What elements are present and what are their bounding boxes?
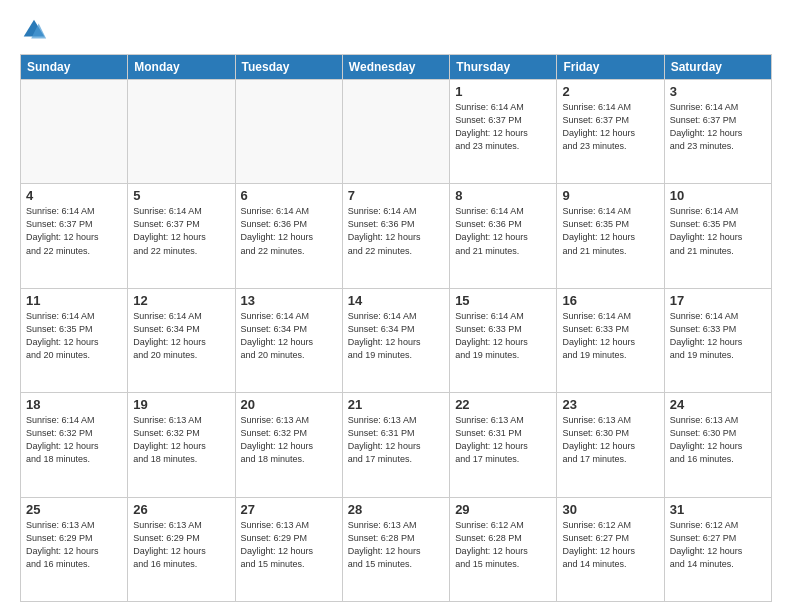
calendar-cell [21,80,128,184]
calendar-cell: 30Sunrise: 6:12 AM Sunset: 6:27 PM Dayli… [557,497,664,601]
logo-icon [20,16,48,44]
calendar-week-5: 25Sunrise: 6:13 AM Sunset: 6:29 PM Dayli… [21,497,772,601]
calendar-cell: 14Sunrise: 6:14 AM Sunset: 6:34 PM Dayli… [342,288,449,392]
day-info: Sunrise: 6:14 AM Sunset: 6:37 PM Dayligh… [26,205,122,257]
calendar-header-sunday: Sunday [21,55,128,80]
calendar-cell: 3Sunrise: 6:14 AM Sunset: 6:37 PM Daylig… [664,80,771,184]
calendar-table: SundayMondayTuesdayWednesdayThursdayFrid… [20,54,772,602]
day-number: 13 [241,293,337,308]
day-number: 19 [133,397,229,412]
day-info: Sunrise: 6:14 AM Sunset: 6:34 PM Dayligh… [133,310,229,362]
calendar-cell: 26Sunrise: 6:13 AM Sunset: 6:29 PM Dayli… [128,497,235,601]
calendar-cell: 5Sunrise: 6:14 AM Sunset: 6:37 PM Daylig… [128,184,235,288]
calendar-header-wednesday: Wednesday [342,55,449,80]
day-number: 16 [562,293,658,308]
day-number: 25 [26,502,122,517]
day-info: Sunrise: 6:14 AM Sunset: 6:34 PM Dayligh… [348,310,444,362]
calendar-cell: 27Sunrise: 6:13 AM Sunset: 6:29 PM Dayli… [235,497,342,601]
day-number: 24 [670,397,766,412]
day-number: 6 [241,188,337,203]
day-info: Sunrise: 6:14 AM Sunset: 6:34 PM Dayligh… [241,310,337,362]
calendar-cell: 11Sunrise: 6:14 AM Sunset: 6:35 PM Dayli… [21,288,128,392]
day-number: 5 [133,188,229,203]
day-number: 23 [562,397,658,412]
day-info: Sunrise: 6:13 AM Sunset: 6:28 PM Dayligh… [348,519,444,571]
calendar-cell: 25Sunrise: 6:13 AM Sunset: 6:29 PM Dayli… [21,497,128,601]
calendar-week-1: 1Sunrise: 6:14 AM Sunset: 6:37 PM Daylig… [21,80,772,184]
day-info: Sunrise: 6:14 AM Sunset: 6:37 PM Dayligh… [670,101,766,153]
day-info: Sunrise: 6:14 AM Sunset: 6:35 PM Dayligh… [562,205,658,257]
calendar-cell [342,80,449,184]
day-info: Sunrise: 6:14 AM Sunset: 6:36 PM Dayligh… [455,205,551,257]
page: SundayMondayTuesdayWednesdayThursdayFrid… [0,0,792,612]
calendar-cell: 29Sunrise: 6:12 AM Sunset: 6:28 PM Dayli… [450,497,557,601]
calendar-cell: 6Sunrise: 6:14 AM Sunset: 6:36 PM Daylig… [235,184,342,288]
calendar-cell: 16Sunrise: 6:14 AM Sunset: 6:33 PM Dayli… [557,288,664,392]
day-info: Sunrise: 6:12 AM Sunset: 6:28 PM Dayligh… [455,519,551,571]
day-info: Sunrise: 6:14 AM Sunset: 6:33 PM Dayligh… [670,310,766,362]
day-number: 21 [348,397,444,412]
day-info: Sunrise: 6:12 AM Sunset: 6:27 PM Dayligh… [562,519,658,571]
day-info: Sunrise: 6:14 AM Sunset: 6:35 PM Dayligh… [670,205,766,257]
day-info: Sunrise: 6:13 AM Sunset: 6:29 PM Dayligh… [241,519,337,571]
calendar-cell [235,80,342,184]
day-number: 29 [455,502,551,517]
logo [20,16,52,44]
calendar-header-saturday: Saturday [664,55,771,80]
calendar-cell: 24Sunrise: 6:13 AM Sunset: 6:30 PM Dayli… [664,393,771,497]
calendar-cell: 1Sunrise: 6:14 AM Sunset: 6:37 PM Daylig… [450,80,557,184]
day-info: Sunrise: 6:14 AM Sunset: 6:37 PM Dayligh… [133,205,229,257]
day-number: 12 [133,293,229,308]
calendar-cell: 8Sunrise: 6:14 AM Sunset: 6:36 PM Daylig… [450,184,557,288]
header [20,16,772,44]
day-number: 1 [455,84,551,99]
calendar-week-4: 18Sunrise: 6:14 AM Sunset: 6:32 PM Dayli… [21,393,772,497]
day-number: 14 [348,293,444,308]
calendar-cell: 21Sunrise: 6:13 AM Sunset: 6:31 PM Dayli… [342,393,449,497]
day-number: 28 [348,502,444,517]
day-info: Sunrise: 6:14 AM Sunset: 6:37 PM Dayligh… [562,101,658,153]
day-number: 18 [26,397,122,412]
calendar-cell: 23Sunrise: 6:13 AM Sunset: 6:30 PM Dayli… [557,393,664,497]
calendar-cell: 20Sunrise: 6:13 AM Sunset: 6:32 PM Dayli… [235,393,342,497]
calendar-cell [128,80,235,184]
day-number: 31 [670,502,766,517]
calendar-cell: 7Sunrise: 6:14 AM Sunset: 6:36 PM Daylig… [342,184,449,288]
day-number: 11 [26,293,122,308]
calendar-header-thursday: Thursday [450,55,557,80]
calendar-cell: 12Sunrise: 6:14 AM Sunset: 6:34 PM Dayli… [128,288,235,392]
calendar-cell: 10Sunrise: 6:14 AM Sunset: 6:35 PM Dayli… [664,184,771,288]
day-info: Sunrise: 6:13 AM Sunset: 6:29 PM Dayligh… [26,519,122,571]
day-info: Sunrise: 6:13 AM Sunset: 6:31 PM Dayligh… [455,414,551,466]
day-info: Sunrise: 6:14 AM Sunset: 6:36 PM Dayligh… [241,205,337,257]
calendar-cell: 4Sunrise: 6:14 AM Sunset: 6:37 PM Daylig… [21,184,128,288]
day-info: Sunrise: 6:14 AM Sunset: 6:33 PM Dayligh… [455,310,551,362]
day-info: Sunrise: 6:13 AM Sunset: 6:29 PM Dayligh… [133,519,229,571]
day-info: Sunrise: 6:14 AM Sunset: 6:35 PM Dayligh… [26,310,122,362]
day-info: Sunrise: 6:14 AM Sunset: 6:32 PM Dayligh… [26,414,122,466]
day-info: Sunrise: 6:14 AM Sunset: 6:33 PM Dayligh… [562,310,658,362]
day-number: 4 [26,188,122,203]
day-number: 9 [562,188,658,203]
calendar-week-3: 11Sunrise: 6:14 AM Sunset: 6:35 PM Dayli… [21,288,772,392]
day-number: 15 [455,293,551,308]
day-number: 2 [562,84,658,99]
day-info: Sunrise: 6:14 AM Sunset: 6:37 PM Dayligh… [455,101,551,153]
day-info: Sunrise: 6:13 AM Sunset: 6:32 PM Dayligh… [133,414,229,466]
day-number: 10 [670,188,766,203]
day-number: 3 [670,84,766,99]
calendar-cell: 19Sunrise: 6:13 AM Sunset: 6:32 PM Dayli… [128,393,235,497]
day-info: Sunrise: 6:13 AM Sunset: 6:30 PM Dayligh… [562,414,658,466]
day-number: 26 [133,502,229,517]
calendar-cell: 17Sunrise: 6:14 AM Sunset: 6:33 PM Dayli… [664,288,771,392]
day-number: 7 [348,188,444,203]
day-number: 22 [455,397,551,412]
calendar-week-2: 4Sunrise: 6:14 AM Sunset: 6:37 PM Daylig… [21,184,772,288]
calendar-header-row: SundayMondayTuesdayWednesdayThursdayFrid… [21,55,772,80]
calendar-cell: 18Sunrise: 6:14 AM Sunset: 6:32 PM Dayli… [21,393,128,497]
calendar-header-friday: Friday [557,55,664,80]
calendar-header-tuesday: Tuesday [235,55,342,80]
day-info: Sunrise: 6:12 AM Sunset: 6:27 PM Dayligh… [670,519,766,571]
calendar-cell: 13Sunrise: 6:14 AM Sunset: 6:34 PM Dayli… [235,288,342,392]
day-number: 8 [455,188,551,203]
